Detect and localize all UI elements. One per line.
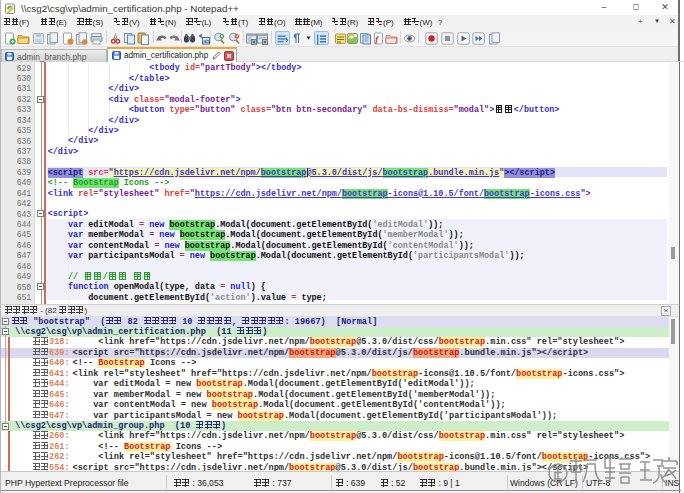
svg-text:ab: ab [203,38,209,44]
